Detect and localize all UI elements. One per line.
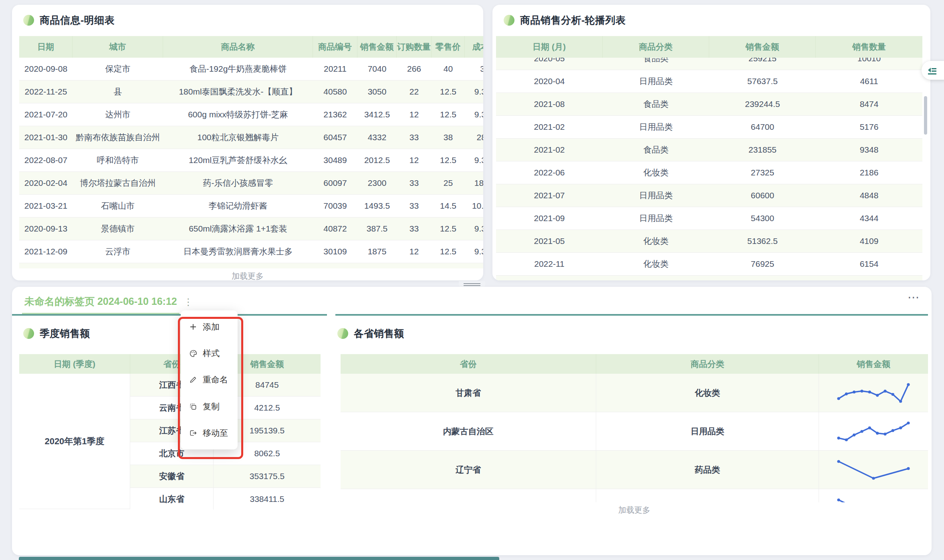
cell: 2186 (816, 161, 922, 184)
cell: 30109 (313, 240, 357, 263)
cell: 18.75 (465, 172, 483, 194)
table-row[interactable]: 2021-02食品类2318559348 (496, 139, 922, 161)
table-row[interactable]: 2021-08食品类239244.58474 (496, 93, 922, 116)
cell: 山东省 (130, 488, 214, 510)
cell: 120ml豆乳芦荟舒缓补水幺 (163, 149, 313, 171)
table-row[interactable]: 2021-09日用品类543004344 (496, 207, 922, 230)
cell: 食品类 (603, 93, 709, 115)
cell: 化妆类 (603, 161, 709, 184)
menu-item-重命名[interactable]: 重命名 (181, 374, 238, 385)
table-row[interactable]: 2020-05食品类25921510010 (496, 58, 922, 70)
cell: 2300 (357, 172, 397, 194)
load-more-button[interactable]: 加载更多 (341, 505, 928, 516)
cell: 药-乐信小孩感冒零 (163, 172, 313, 194)
cell: 景德镇市 (73, 218, 163, 240)
table-row[interactable]: 2021-02日用品类647005176 (496, 116, 922, 139)
cell: 8474 (816, 93, 922, 115)
widget-divider (12, 314, 327, 316)
cell: 9.375 (465, 103, 483, 126)
cell: 33 (397, 126, 432, 149)
table-row[interactable]: 安徽省353175.5 (130, 465, 321, 488)
cell: 266 (397, 58, 432, 80)
more-options-button[interactable]: ⋯ (908, 290, 920, 304)
collapse-icon (926, 65, 938, 76)
cell: 2012.5 (357, 149, 397, 171)
cell: 2022-11 (496, 253, 603, 275)
menu-item-添加[interactable]: 添加 (181, 321, 238, 332)
cell: 县 (73, 81, 163, 103)
panel-icon (504, 15, 514, 26)
table-row[interactable]: 2020-09-08保定市食品-192g牛奶燕麦脆棒饼2021170402664… (19, 58, 483, 81)
cell: 30789 (313, 263, 357, 268)
cell: 70039 (313, 195, 357, 217)
cell: 76925 (709, 253, 816, 275)
cell: 2022-11-25 (19, 81, 73, 103)
cell (819, 412, 928, 450)
cell: 日用品类 (603, 207, 709, 230)
table-row[interactable]: 2022-08-07呼和浩特市120ml豆乳芦荟舒缓补水幺304892012.5… (19, 149, 483, 172)
table-row[interactable] (341, 489, 928, 502)
menu-item-复制[interactable]: 复制 (181, 401, 238, 412)
table-row[interactable]: 2022-09-15博尔塔拉蒙古自治州90g小儿止咳糖浆杨梅雾307891822… (19, 263, 483, 268)
cell: 3412.5 (357, 103, 397, 126)
table-row[interactable]: 2022-11-25县180ml泰国飘柔洗发水-【顺直】405803050221… (19, 81, 483, 103)
load-more-button[interactable]: 加载更多 (12, 271, 483, 280)
menu-item-样式[interactable]: 样式 (181, 348, 238, 359)
cell: 1875 (357, 240, 397, 263)
column-header: 销售金额 (819, 354, 928, 374)
table-row[interactable]: 2021-09烟酒类6272744724 (496, 276, 922, 280)
collapse-panel-button[interactable] (922, 61, 944, 80)
widget-title: 季度销售额 (40, 327, 90, 340)
column-header: 销售数量 (816, 36, 922, 58)
cell: 12 (397, 263, 432, 268)
cell: 12.5 (432, 149, 465, 171)
tab-unnamed-page[interactable]: 未命名的标签页 2024-06-10 16:12 (22, 295, 180, 314)
table-row[interactable]: 甘肃省化妆类 (341, 374, 928, 412)
table-row[interactable]: 山东省338411.5 (130, 488, 321, 510)
cell: 2021-12-09 (19, 240, 73, 263)
column-header: 订购数量 (397, 36, 432, 58)
cell: 2021-07 (496, 184, 603, 207)
cell: 2021-01-30 (19, 126, 73, 149)
table-scrollbar[interactable] (924, 96, 927, 135)
table-row[interactable]: 2021-03-21石嘴山市李锦记幼滑虾酱700391493.53314.510… (19, 195, 483, 218)
cell: 33 (397, 218, 432, 240)
sparkline-chart (835, 420, 912, 443)
cell: 40 (432, 58, 465, 80)
cell: 4848 (816, 184, 922, 207)
cell: 30489 (313, 149, 357, 171)
table-row[interactable]: 2022-06化妆类273252186 (496, 161, 922, 184)
table-row[interactable]: 辽宁省药品类 (341, 451, 928, 489)
cell: 9.375 (465, 81, 483, 103)
table-row[interactable]: 2021-12-09云浮市日本曼秀雷敦润唇膏水果士多3010918751212.… (19, 240, 483, 263)
table-row[interactable]: 2020-09-13景德镇市650ml滴露沐浴露 1+1套装40872387.5… (19, 218, 483, 240)
table-row[interactable]: 2021-07日用品类606004848 (496, 184, 922, 207)
table-header: 日期 (月)商品分类销售金额销售数量 (496, 36, 922, 58)
table-row[interactable]: 内蒙古自治区日用品类 (341, 412, 928, 451)
province-sales-table: 省份商品分类销售金额 甘肃省化妆类内蒙古自治区日用品类辽宁省药品类 (341, 354, 928, 502)
cell: 10.875 (465, 195, 483, 217)
cell: 9.375 (465, 240, 483, 263)
widget-icon (337, 328, 348, 339)
cell: 64700 (709, 116, 816, 138)
cell: 27325 (709, 161, 816, 184)
table-row[interactable]: 2021-07-20达州市600g mixx特级苏打饼-芝麻213623412.… (19, 103, 483, 126)
cell: 博尔塔拉蒙古自治州 (73, 172, 163, 194)
tab-kebab-menu-icon[interactable]: ⋮ (184, 295, 193, 308)
cell: 12.5 (432, 240, 465, 263)
cell: 日用品类 (603, 116, 709, 138)
table-row[interactable]: 2022-11化妆类769256154 (496, 253, 922, 276)
sparkline-chart (835, 497, 912, 503)
table-row[interactable]: 2021-01-30黔南布依族苗族自治州100粒北京银翘解毒片604574332… (19, 126, 483, 149)
cell (819, 451, 928, 489)
cell: 2020-09-13 (19, 218, 73, 240)
menu-item-label: 移动至 (203, 427, 228, 439)
cell: 12 (397, 149, 432, 171)
column-header: 日期 (月) (496, 36, 603, 58)
table-row[interactable]: 2021-05化妆类51362.54109 (496, 230, 922, 253)
cell: 2021-07-20 (19, 103, 73, 126)
table-row[interactable]: 2020-02-04博尔塔拉蒙古自治州药-乐信小孩感冒零600972300332… (19, 172, 483, 195)
menu-item-移动至[interactable]: 移动至 (181, 427, 238, 439)
cell: 33 (397, 172, 432, 194)
table-row[interactable]: 2020-04日用品类57637.54611 (496, 70, 922, 93)
